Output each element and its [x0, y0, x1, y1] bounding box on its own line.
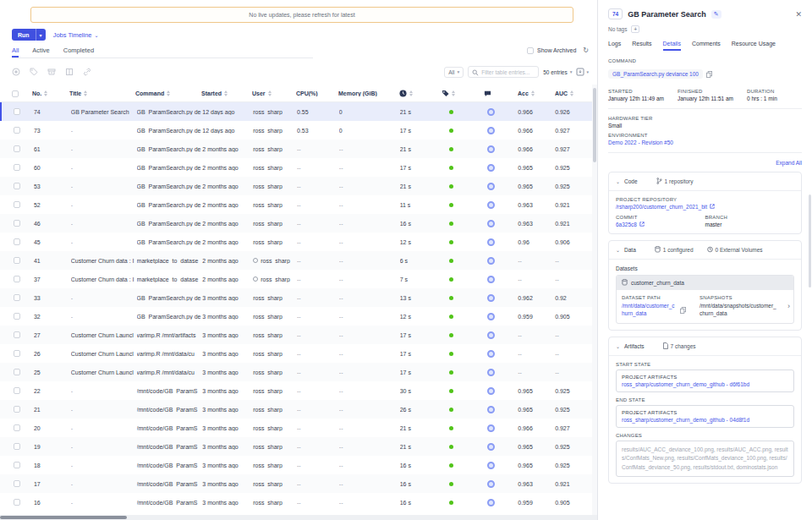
row-checkbox[interactable] — [14, 387, 20, 394]
column-header-no[interactable]: No. — [32, 90, 69, 96]
table-row-32[interactable]: 32-GB_ParamSearch.py de3 months agoross_… — [0, 307, 592, 326]
details-tab-results[interactable]: Results — [632, 41, 651, 51]
data-section-title[interactable]: Data — [624, 247, 636, 253]
comment-ring-icon[interactable] — [487, 257, 495, 265]
row-checkbox[interactable] — [14, 127, 20, 134]
column-header-auc[interactable]: AUC — [555, 90, 592, 96]
table-row-16[interactable]: 16-/mnt/code/GB_ParamS3 months agoross_s… — [0, 493, 592, 512]
row-checkbox[interactable] — [14, 331, 20, 338]
table-search[interactable] — [468, 66, 539, 78]
table-row-19[interactable]: 19-/mnt/code/GB_ParamS3 months agoross_s… — [0, 437, 592, 456]
details-tab-details[interactable]: Details — [663, 41, 681, 51]
row-checkbox[interactable] — [14, 108, 20, 115]
row-checkbox[interactable] — [14, 238, 20, 245]
filter-scope-select[interactable]: All ▾ — [444, 67, 464, 78]
comment-ring-icon[interactable] — [487, 462, 495, 469]
comment-ring-icon[interactable] — [487, 313, 495, 320]
run-button-label[interactable]: Run — [12, 29, 36, 41]
row-checkbox[interactable] — [14, 220, 20, 227]
table-row-18[interactable]: 18-/mnt/code/GB_ParamS3 months agoross_s… — [0, 456, 592, 474]
comment-ring-icon[interactable] — [487, 108, 495, 116]
table-row-53[interactable]: 53-GB_ParamSearch.py de2 months agoross_… — [0, 177, 592, 195]
row-checkbox[interactable] — [14, 276, 20, 282]
command-value[interactable]: GB_ParamSearch.py deviance 100 — [608, 69, 703, 79]
row-checkbox[interactable] — [14, 313, 20, 320]
stop-icon[interactable] — [12, 68, 20, 76]
tag-icon[interactable] — [30, 68, 38, 76]
comment-ring-icon[interactable] — [487, 238, 495, 246]
row-checkbox[interactable] — [14, 164, 20, 171]
table-row-27[interactable]: 27Customer Churn Launclvarimp.R /mnt/art… — [0, 326, 592, 344]
row-checkbox[interactable] — [14, 350, 20, 357]
archive-icon[interactable] — [47, 68, 56, 76]
comment-ring-icon[interactable] — [487, 201, 495, 209]
row-checkbox[interactable] — [14, 369, 20, 375]
comment-ring-icon[interactable] — [487, 276, 495, 283]
chevron-right-icon[interactable]: › — [787, 302, 790, 310]
table-row-33[interactable]: 33-GB_ParamSearch.py de3 months agoross_… — [0, 288, 592, 307]
details-tab-logs[interactable]: Logs — [608, 41, 621, 51]
table-row-37[interactable]: 37Customer Churn data : Imarketplace_to_… — [0, 270, 592, 288]
table-row-60[interactable]: 60-GB_ParamSearch.py de2 months agoross_… — [0, 158, 592, 177]
tab-all[interactable]: All — [12, 47, 19, 57]
details-tab-resource-usage[interactable]: Resource Usage — [732, 41, 776, 51]
jobs-timeline-link[interactable]: Jobs Timeline ⌄ — [53, 31, 99, 39]
column-header-user[interactable]: User — [252, 90, 296, 96]
comment-ring-icon[interactable] — [487, 443, 495, 451]
environment-link[interactable]: Demo 2022 - Revision #50 — [608, 140, 802, 145]
copy-icon[interactable] — [680, 302, 686, 317]
column-header-acc[interactable]: Acc — [518, 90, 555, 96]
table-row-21[interactable]: 21-/mnt/code/GB_ParamS3 months agoross_s… — [0, 400, 592, 419]
copy-icon[interactable] — [706, 66, 712, 81]
close-icon[interactable]: ✕ — [795, 10, 802, 19]
sort-icon[interactable] — [409, 90, 413, 96]
table-row-41[interactable]: 41Customer Churn data : Imarketplace_to_… — [0, 251, 592, 270]
run-dropdown-caret-icon[interactable]: ▾ — [36, 29, 46, 41]
chevron-down-icon[interactable]: ⌄ — [616, 178, 620, 184]
sort-icon[interactable] — [531, 90, 535, 96]
details-tab-comments[interactable]: Comments — [692, 41, 721, 51]
comment-ring-icon[interactable] — [487, 424, 495, 432]
column-header-command[interactable]: Command — [135, 90, 201, 96]
column-header-duration[interactable] — [399, 90, 442, 98]
table-row-73[interactable]: 73-GB_ParamSearch.py de12 days agoross_s… — [0, 121, 592, 140]
comment-ring-icon[interactable] — [487, 294, 495, 302]
columns-icon[interactable] — [65, 68, 74, 76]
row-checkbox[interactable] — [14, 480, 20, 487]
page-size-select[interactable]: 50 entries ▾ — [543, 69, 572, 75]
link-icon[interactable] — [83, 68, 91, 76]
comment-ring-icon[interactable] — [487, 480, 495, 488]
row-checkbox[interactable] — [14, 183, 20, 189]
table-row-74[interactable]: 74GB Parameter SearchGB_ParamSearch.py d… — [0, 102, 592, 121]
comment-ring-icon[interactable] — [487, 220, 495, 227]
refresh-icon[interactable]: ↻ — [583, 47, 589, 54]
row-checkbox[interactable] — [14, 294, 20, 301]
project-repository-link[interactable]: /rsharp200/customer_churn_2021_bit — [616, 204, 707, 210]
commit-link[interactable]: 6a325c8 — [616, 222, 637, 227]
artifacts-section-title[interactable]: Artifacts — [624, 343, 644, 349]
table-row-46[interactable]: 46-GB_ParamSearch.py de2 months agoross_… — [0, 214, 592, 233]
table-row-26[interactable]: 26Customer Churn Launclvarimp.R /mnt/dat… — [0, 344, 592, 363]
table-row-61[interactable]: 61-GB_ParamSearch.py de2 months agoross_… — [0, 140, 592, 158]
sort-icon[interactable] — [167, 90, 170, 96]
horizontal-scrollbar[interactable] — [0, 515, 597, 520]
table-row-52[interactable]: 52-GB_ParamSearch.py de2 months agoross_… — [0, 195, 592, 214]
search-input[interactable] — [481, 69, 537, 75]
export-button[interactable]: ▾ — [576, 68, 589, 77]
comment-ring-icon[interactable] — [487, 350, 495, 358]
sort-icon[interactable] — [224, 90, 228, 96]
row-checkbox[interactable] — [14, 406, 20, 413]
run-button[interactable]: Run ▾ — [12, 29, 46, 41]
column-header-status[interactable] — [442, 90, 484, 98]
comment-ring-icon[interactable] — [487, 164, 495, 172]
dataset-path-link[interactable]: /mnt/data/customer_churn_data — [622, 302, 678, 318]
row-checkbox[interactable] — [14, 201, 20, 208]
row-checkbox[interactable] — [14, 462, 20, 468]
horizontal-scrollbar-thumb[interactable] — [0, 516, 127, 519]
row-checkbox[interactable] — [14, 499, 20, 506]
select-all-checkbox[interactable] — [12, 90, 19, 97]
tab-active[interactable]: Active — [32, 47, 49, 57]
column-header-title[interactable]: Title — [69, 90, 135, 96]
vertical-scrollbar-thumb[interactable] — [593, 88, 596, 162]
comment-ring-icon[interactable] — [487, 387, 495, 395]
